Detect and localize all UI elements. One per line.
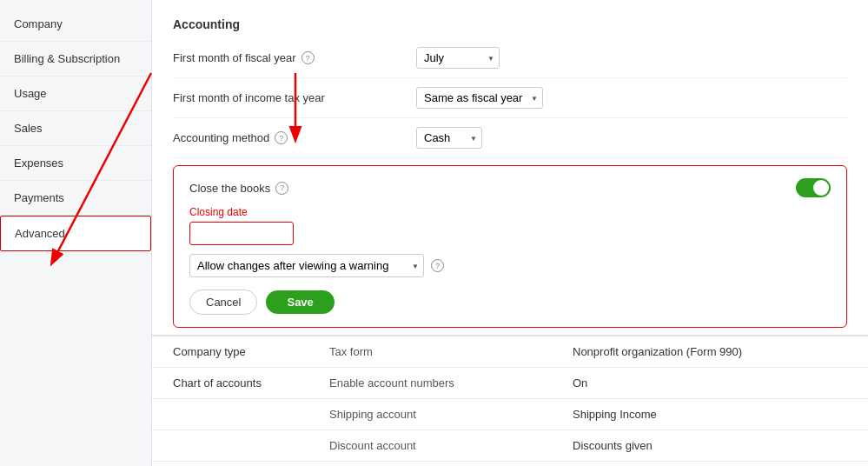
sidebar-item-company[interactable]: Company [0,7,151,42]
sidebar-item-expenses[interactable]: Expenses [0,146,151,181]
chart-row-1: Shipping account Shipping Income [152,398,868,429]
company-type-value: Nonprofit organization (Form 990) [573,345,847,358]
accounting-method-select-wrapper: Cash Accrual [416,127,482,149]
toggle-slider [796,178,831,197]
chart-row-0: Chart of accounts Enable account numbers… [152,367,868,398]
fiscal-year-label: First month of fiscal year ? [173,51,416,64]
accounting-settings: First month of fiscal year ? JanuaryFebr… [152,38,868,328]
fiscal-year-select-wrapper: JanuaryFebruaryMarchApril MayJuneJulyAug… [416,47,500,69]
main-content: Accounting First month of fiscal year ? … [152,0,868,466]
warning-row: Allow changes after viewing a warning Al… [189,254,831,277]
chart-row-3: Tips account Tips Income [152,461,868,466]
chart-field-0: Enable account numbers [329,376,573,389]
warning-help-icon[interactable]: ? [431,259,444,272]
fiscal-year-help-icon[interactable]: ? [301,51,315,64]
button-row: Cancel Save [189,290,831,315]
accounting-method-select[interactable]: Cash Accrual [416,127,482,149]
company-type-row: Company type Tax form Nonprofit organiza… [152,335,868,367]
chart-value-1: Shipping Income [573,408,847,421]
accounting-method-label: Accounting method ? [173,131,416,144]
sidebar-item-sales[interactable]: Sales [0,111,151,146]
chart-field-2: Discount account [329,439,573,452]
closing-date-input[interactable] [189,222,294,245]
sidebar-item-advanced[interactable]: Advanced [0,216,151,251]
accounting-method-value: Cash Accrual [416,127,847,149]
warning-select[interactable]: Allow changes after viewing a warning Al… [189,254,424,277]
save-button[interactable]: Save [266,290,334,314]
income-tax-select-wrapper: Same as fiscal year JanuaryFebruaryMarch [416,87,543,109]
sidebar: Company Billing & Subscription Usage Sal… [0,0,152,466]
table-section: Company type Tax form Nonprofit organiza… [152,335,868,466]
cancel-button[interactable]: Cancel [189,290,257,315]
close-books-help-icon[interactable]: ? [275,182,288,195]
income-tax-label: First month of income tax year [173,91,416,104]
company-type-label: Company type [173,345,329,358]
chart-field-1: Shipping account [329,408,573,421]
company-type-field: Tax form [329,345,573,358]
close-books-label: Close the books ? [189,182,288,195]
accounting-method-help-icon[interactable]: ? [275,131,288,144]
warning-select-wrapper: Allow changes after viewing a warning Al… [189,254,424,277]
sidebar-item-usage[interactable]: Usage [0,77,151,111]
accounting-section-label: Accounting [152,0,868,38]
chart-value-0: On [573,376,847,389]
sidebar-item-billing[interactable]: Billing & Subscription [0,42,151,77]
accounting-method-row: Accounting method ? Cash Accrual [173,118,847,158]
chart-row-2: Discount account Discounts given [152,429,868,461]
income-tax-row: First month of income tax year Same as f… [173,78,847,118]
close-books-toggle[interactable] [796,178,831,197]
sidebar-item-payments[interactable]: Payments [0,181,151,216]
income-tax-select[interactable]: Same as fiscal year JanuaryFebruaryMarch [416,87,543,109]
income-tax-value: Same as fiscal year JanuaryFebruaryMarch [416,87,847,109]
fiscal-year-row: First month of fiscal year ? JanuaryFebr… [173,38,847,78]
chart-value-2: Discounts given [573,439,847,452]
close-books-header: Close the books ? [189,178,831,197]
closing-date-label: Closing date [189,206,831,218]
fiscal-year-value: JanuaryFebruaryMarchApril MayJuneJulyAug… [416,47,847,69]
chart-label: Chart of accounts [173,376,329,389]
fiscal-year-select[interactable]: JanuaryFebruaryMarchApril MayJuneJulyAug… [416,47,500,69]
close-books-box: Close the books ? Closing date Allow cha… [173,165,847,328]
